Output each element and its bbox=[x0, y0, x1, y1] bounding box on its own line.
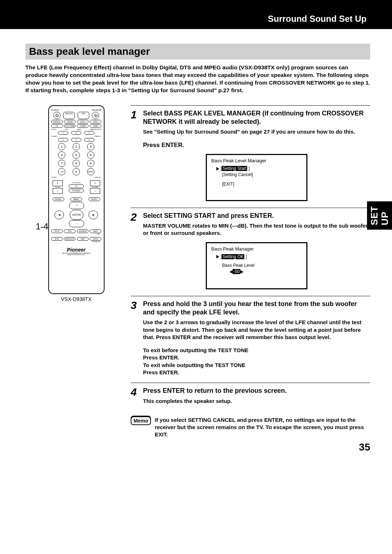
b1: 1 bbox=[58, 138, 68, 142]
n: 6 bbox=[87, 151, 94, 159]
lbl: TV CONTROL bbox=[69, 182, 84, 184]
trail: ] bbox=[247, 166, 250, 171]
step-sub: See "Setting Up for Surround Sound" on p… bbox=[143, 128, 370, 135]
osd-sel: Setting Start bbox=[222, 166, 247, 171]
osd-sel: Setting OK bbox=[222, 254, 244, 259]
b8: 8 bbox=[71, 131, 81, 135]
dpad-left: ◀ bbox=[54, 211, 64, 219]
power-icon: ⏻ bbox=[53, 112, 61, 119]
power-icon: ⏻ bbox=[92, 112, 99, 119]
press-enter: Press ENTER. bbox=[143, 142, 370, 149]
b3: 3 bbox=[84, 138, 94, 142]
n: 3 bbox=[87, 143, 94, 150]
step-1: 1 Select BASS PEAK LEVEL MANAGER (if con… bbox=[131, 105, 370, 208]
b2: 2 bbox=[71, 138, 81, 142]
step-number: 2 bbox=[131, 212, 143, 289]
remote-label-receiver: RECEIVER bbox=[92, 109, 102, 111]
n: 9 bbox=[87, 160, 94, 167]
lbl: RADIO bbox=[77, 129, 82, 130]
cursor-icon bbox=[216, 255, 219, 258]
b7: 7 bbox=[58, 131, 68, 135]
header-bar: Surround Sound Set Up bbox=[0, 0, 392, 29]
b: NEXT bbox=[90, 229, 101, 233]
tv-vol-dn: − bbox=[53, 188, 63, 194]
src-tuner: TUNER bbox=[77, 124, 89, 128]
side-tab: SET UP bbox=[367, 201, 392, 230]
step-title: Select SETTING START and press ENTER. bbox=[143, 212, 370, 220]
step-number: 3 bbox=[131, 300, 143, 376]
n: DISC bbox=[87, 168, 94, 175]
step-number: 4 bbox=[131, 387, 143, 405]
signal-btn: SIGNAL bbox=[53, 197, 64, 201]
lbl: RF ATT bbox=[52, 176, 57, 178]
lbl: DNR bbox=[51, 233, 102, 235]
osd-title: Bass Peak Level Manager bbox=[211, 158, 302, 163]
step-title: Select BASS PEAK LEVEL MANAGER (if conti… bbox=[143, 109, 370, 126]
tv-btn: TV bbox=[69, 184, 84, 188]
multi-btn: MULTI IN bbox=[63, 112, 75, 119]
step-title: Press ENTER to return to the previous sc… bbox=[143, 387, 370, 395]
osd-level: -50 bbox=[233, 269, 240, 274]
memo-block: Memo If you select SETTING CANCEL and pr… bbox=[131, 416, 370, 439]
step-callout: 1-4 bbox=[36, 221, 49, 232]
dpad-up: + bbox=[69, 202, 84, 209]
b9: 9 bbox=[84, 131, 94, 135]
enter-btn: ENTER bbox=[70, 210, 83, 220]
b: EON bbox=[51, 237, 63, 241]
src-cd: CD bbox=[51, 124, 63, 128]
lbl: STATION + bbox=[94, 135, 101, 137]
osd-title: Bass Peak Manager bbox=[211, 246, 302, 252]
b: FUNC bbox=[90, 237, 101, 241]
n: 0 bbox=[73, 168, 80, 175]
b: THX bbox=[64, 229, 75, 233]
lbl: DIGITAL NR bbox=[51, 241, 102, 243]
off-btn: OFF bbox=[78, 112, 89, 119]
dpad: + − ◀ ▶ ENTER bbox=[54, 202, 98, 227]
lbl: TUNING — bbox=[51, 135, 58, 137]
lbl: REMOTE SETUP bbox=[90, 129, 102, 130]
b: STOP bbox=[51, 229, 63, 233]
step-extra: To exit before outputting the TEST TONE … bbox=[143, 347, 370, 376]
intro-paragraph: The LFE (Low Frequency Effect) channel i… bbox=[25, 64, 370, 94]
osd-label: Bass Peak Level bbox=[222, 262, 302, 269]
remote-column: 1-4 SOURCE RECEIVER ⏻ MULTI IN OFF ⏻ bbox=[25, 105, 127, 302]
osd-screen-1: Bass Peak Level Manager [Setting Start ]… bbox=[206, 154, 307, 201]
src-vcr1: VCR 1 bbox=[77, 120, 89, 123]
steps-column: 1 Select BASS PEAK LEVEL MANAGER (if con… bbox=[127, 105, 370, 439]
osd-screen-2: Bass Peak Manager [Setting OK ] Bass Pea… bbox=[206, 242, 307, 289]
src-vcr2: VCR 2 bbox=[90, 120, 101, 123]
numpad: 123 456 789 +100DISC bbox=[51, 143, 102, 175]
dpad-right: ▶ bbox=[89, 211, 98, 219]
b: SOURCE bbox=[77, 229, 89, 233]
brand-logo: Pioneer bbox=[51, 247, 102, 253]
lbl: TEXT bbox=[65, 129, 68, 130]
src-tvsat: TV/SAT bbox=[64, 120, 75, 123]
memo-text: If you select SETTING CANCEL and press E… bbox=[155, 416, 370, 439]
n: 1 bbox=[58, 143, 65, 150]
src-video: VIDEO bbox=[90, 124, 101, 128]
trail: ] bbox=[244, 254, 247, 259]
step-sub: MASTER VOLUME rotates to MIN (---dB). Th… bbox=[143, 222, 370, 237]
mute-btn: MUTE bbox=[89, 197, 100, 201]
n: +10 bbox=[58, 168, 65, 175]
n: 8 bbox=[73, 160, 80, 167]
remote-model: VSX-D938TX bbox=[48, 296, 105, 302]
src-cdr: CD-R TAPE bbox=[64, 124, 75, 128]
src-dvd: DVD/LD bbox=[51, 120, 63, 123]
lbl: CH/PTY bbox=[51, 129, 57, 130]
step-2: 2 Select SETTING START and press ENTER. … bbox=[131, 208, 370, 296]
remote-label-source: SOURCE bbox=[51, 109, 59, 111]
step-number: 1 bbox=[131, 109, 143, 201]
page-number: 35 bbox=[359, 441, 370, 453]
vol-dn: − bbox=[90, 188, 100, 194]
n: 4 bbox=[58, 151, 65, 159]
b: DSP bbox=[77, 237, 89, 241]
cursor-icon bbox=[216, 167, 219, 171]
osd-exit: [EXIT] bbox=[222, 181, 302, 187]
remote-control: SOURCE RECEIVER ⏻ MULTI IN OFF ⏻ DVD/LD … bbox=[48, 105, 105, 294]
vol-up: + bbox=[90, 180, 100, 186]
dpad-down: − bbox=[69, 220, 84, 227]
header-title: Surround Sound Set Up bbox=[264, 12, 370, 26]
memo-label: Memo bbox=[131, 416, 151, 425]
step-sub: Use the 2 or 3 arrows to gradually incre… bbox=[143, 319, 370, 341]
